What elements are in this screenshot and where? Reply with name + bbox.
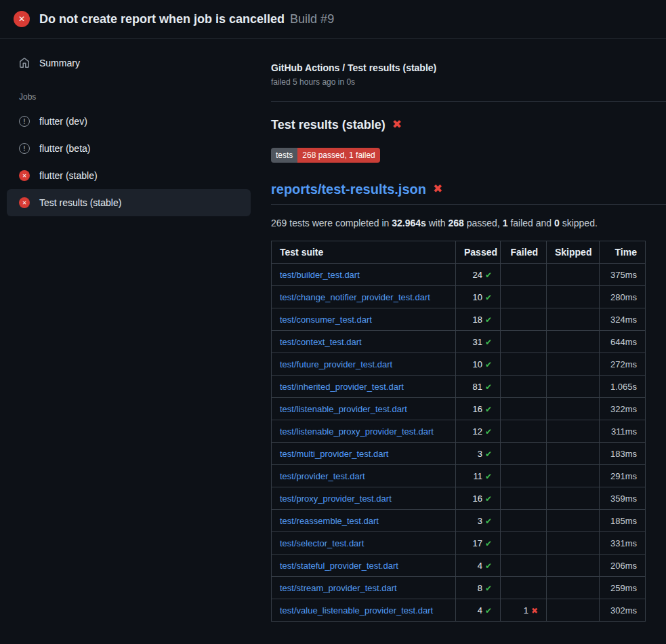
- test-suite-link[interactable]: test/stream_provider_test.dart: [280, 583, 397, 593]
- failed-cell: 1✖: [501, 599, 547, 622]
- results-table: Test suite Passed Failed Skipped Time te…: [271, 241, 646, 622]
- sidebar-job-item[interactable]: ! flutter (beta): [7, 135, 251, 162]
- report-heading: reports/test-results.json ✖: [271, 180, 666, 205]
- sidebar-job-item[interactable]: ! flutter (dev): [7, 108, 251, 135]
- job-label: Test results (stable): [39, 197, 121, 208]
- test-suite-link[interactable]: test/reassemble_test.dart: [280, 516, 379, 526]
- test-suite-link[interactable]: test/change_notifier_provider_test.dart: [280, 292, 430, 302]
- summary-text-segment: passed,: [464, 218, 503, 228]
- failed-cell: [501, 308, 547, 331]
- skipped-cell: [547, 510, 600, 532]
- skipped-cell: [547, 376, 600, 398]
- failed-cell: [501, 555, 547, 577]
- time-cell: 324ms: [600, 308, 646, 331]
- suite-cell: test/stateful_provider_test.dart: [272, 555, 456, 577]
- table-row: test/inherited_provider_test.dart 81✔ 1.…: [272, 376, 646, 398]
- passed-cell: 17✔: [456, 532, 501, 555]
- test-suite-link[interactable]: test/listenable_proxy_provider_test.dart: [280, 426, 434, 437]
- passed-cell: 8✔: [456, 577, 501, 599]
- failed-cell: [501, 532, 547, 555]
- results-table-body: test/builder_test.dart 24✔ 375ms test/ch…: [272, 264, 646, 622]
- job-label: flutter (beta): [39, 143, 90, 154]
- summary-text-segment: 269 tests were completed in: [271, 218, 392, 228]
- badge-label: tests: [271, 148, 297, 163]
- passed-cell: 81✔: [456, 376, 501, 398]
- job-label: flutter (dev): [39, 116, 87, 127]
- test-suite-link[interactable]: test/future_provider_test.dart: [280, 359, 392, 369]
- table-row: test/listenable_provider_test.dart 16✔ 3…: [272, 398, 646, 420]
- suite-cell: test/consumer_test.dart: [272, 308, 456, 331]
- time-cell: 183ms: [600, 443, 646, 465]
- test-suite-link[interactable]: test/context_test.dart: [280, 337, 362, 347]
- skipped-cell: [547, 555, 600, 577]
- check-icon: ✔: [485, 539, 492, 548]
- test-suite-link[interactable]: test/builder_test.dart: [280, 270, 360, 280]
- skipped-cell: [547, 420, 600, 443]
- check-icon: ✔: [485, 382, 492, 392]
- summary-text-segment: skipped.: [560, 218, 598, 228]
- table-row: test/listenable_proxy_provider_test.dart…: [272, 420, 646, 443]
- test-suite-link[interactable]: test/consumer_test.dart: [280, 315, 372, 325]
- passed-cell: 31✔: [456, 331, 501, 353]
- check-icon: ✔: [485, 561, 492, 571]
- passed-cell: 10✔: [456, 286, 501, 308]
- check-icon: ✔: [485, 427, 492, 437]
- test-suite-link[interactable]: test/value_listenable_provider_test.dart: [280, 605, 433, 616]
- report-link[interactable]: reports/test-results.json: [271, 180, 426, 198]
- sidebar-job-item[interactable]: ✕ Test results (stable): [7, 189, 251, 216]
- table-row: test/value_listenable_provider_test.dart…: [272, 599, 646, 622]
- time-cell: 322ms: [600, 398, 646, 420]
- failed-cell: [501, 376, 547, 398]
- skipped-cell: [547, 532, 600, 555]
- check-icon: ✔: [485, 584, 492, 593]
- table-row: test/selector_test.dart 17✔ 331ms: [272, 532, 646, 555]
- test-suite-link[interactable]: test/selector_test.dart: [280, 538, 364, 548]
- main-content: GitHub Actions / Test results (stable) f…: [257, 39, 666, 622]
- time-cell: 272ms: [600, 353, 646, 376]
- x-circle-icon: ✕: [19, 197, 30, 208]
- section-title-text: Test results (stable): [271, 117, 386, 133]
- table-row: test/change_notifier_provider_test.dart …: [272, 286, 646, 308]
- time-cell: 185ms: [600, 510, 646, 532]
- check-icon: ✔: [485, 293, 492, 302]
- col-passed: Passed: [456, 241, 501, 264]
- sidebar-item-summary[interactable]: Summary: [7, 49, 251, 77]
- passed-cell: 3✔: [456, 510, 501, 532]
- badge-value: 268 passed, 1 failed: [297, 148, 379, 163]
- neutral-circle-icon: !: [19, 116, 30, 127]
- sidebar: Summary Jobs ! flutter (dev) ! flutter (…: [0, 39, 257, 216]
- summary-bold-segment: 0: [554, 218, 560, 228]
- test-suite-link[interactable]: test/multi_provider_test.dart: [280, 449, 388, 459]
- time-cell: 375ms: [600, 264, 646, 286]
- test-suite-link[interactable]: test/stateful_provider_test.dart: [280, 561, 398, 571]
- test-suite-link[interactable]: test/provider_test.dart: [280, 471, 365, 481]
- passed-cell: 12✔: [456, 420, 501, 443]
- table-row: test/stateful_provider_test.dart 4✔ 206m…: [272, 555, 646, 577]
- passed-cell: 16✔: [456, 487, 501, 510]
- suite-cell: test/multi_provider_test.dart: [272, 443, 456, 465]
- failed-cell: [501, 331, 547, 353]
- time-cell: 1.065s: [600, 376, 646, 398]
- passed-cell: 3✔: [456, 443, 501, 465]
- section-title: Test results (stable) ✖: [271, 117, 666, 133]
- neutral-circle-icon: !: [19, 143, 30, 154]
- failed-cell: [501, 465, 547, 487]
- check-icon: ✔: [485, 449, 492, 459]
- x-circle-icon: ✕: [14, 11, 30, 27]
- passed-cell: 24✔: [456, 264, 501, 286]
- table-row: test/stream_provider_test.dart 8✔ 259ms: [272, 577, 646, 599]
- failed-cell: [501, 577, 547, 599]
- test-suite-link[interactable]: test/proxy_provider_test.dart: [280, 494, 392, 504]
- suite-cell: test/provider_test.dart: [272, 465, 456, 487]
- test-suite-link[interactable]: test/inherited_provider_test.dart: [280, 382, 404, 392]
- x-icon: ✖: [433, 180, 442, 198]
- failed-cell: [501, 353, 547, 376]
- skipped-cell: [547, 398, 600, 420]
- sidebar-job-item[interactable]: ✕ flutter (stable): [7, 162, 251, 189]
- test-suite-link[interactable]: test/listenable_provider_test.dart: [280, 404, 407, 414]
- skipped-cell: [547, 577, 600, 599]
- sidebar-jobs: ! flutter (dev) ! flutter (beta) ✕ flutt…: [7, 108, 251, 216]
- x-icon: ✖: [392, 117, 402, 133]
- divider: [271, 101, 666, 102]
- check-icon: ✔: [485, 405, 492, 414]
